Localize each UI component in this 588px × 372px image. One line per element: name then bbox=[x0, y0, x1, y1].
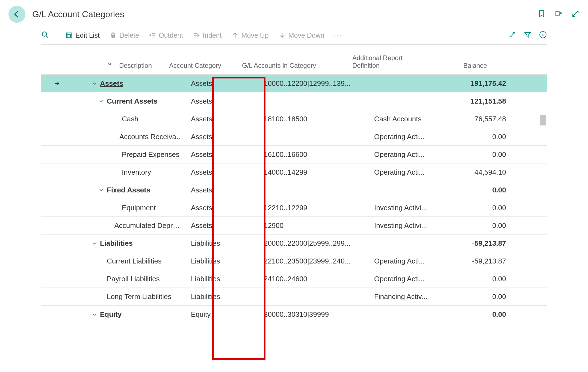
row-category[interactable]: Liabilities bbox=[183, 257, 261, 265]
bookmark-icon[interactable] bbox=[537, 10, 546, 19]
row-additional-report[interactable]: Operating Acti... bbox=[374, 133, 446, 141]
outdent-button[interactable]: Outdent bbox=[147, 30, 185, 40]
col-gl-accounts[interactable]: G/L Accounts in Category bbox=[239, 54, 352, 69]
more-actions-button[interactable]: ··· bbox=[332, 31, 344, 40]
share-icon[interactable] bbox=[509, 31, 516, 40]
row-description: Long Term Liabilities bbox=[107, 292, 172, 301]
collapse-all-icon[interactable] bbox=[107, 62, 113, 69]
description-cell[interactable]: Inventory bbox=[41, 163, 183, 181]
description-cell[interactable]: Prepaid Expenses bbox=[41, 146, 183, 163]
table-row[interactable]: AssetsAssets10000..12200|12999..139...19… bbox=[41, 75, 547, 92]
table-row[interactable]: Accounts ReceivableAssetsOperating Acti.… bbox=[41, 128, 547, 146]
row-description: Current Liabilities bbox=[107, 257, 162, 265]
move-up-button[interactable]: Move Up bbox=[229, 30, 271, 40]
row-category[interactable]: Assets bbox=[183, 186, 261, 194]
col-description[interactable]: Description bbox=[79, 54, 161, 69]
col-account-category[interactable]: Account Category bbox=[161, 54, 239, 69]
table-row[interactable]: Prepaid ExpensesAssets16100..16600Operat… bbox=[41, 146, 547, 163]
filter-icon[interactable] bbox=[524, 31, 531, 40]
description-cell[interactable]: Equity bbox=[41, 306, 183, 323]
row-category[interactable]: Assets bbox=[183, 204, 261, 212]
outdent-label: Outdent bbox=[159, 31, 183, 39]
description-cell[interactable]: Equipment bbox=[41, 199, 183, 216]
delete-button[interactable]: Delete bbox=[107, 30, 141, 40]
description-cell[interactable]: Current Liabilities bbox=[41, 252, 183, 270]
chevron-down-icon[interactable] bbox=[96, 187, 107, 193]
description-cell[interactable]: Fixed Assets bbox=[41, 181, 183, 199]
description-cell[interactable]: Current Assets bbox=[41, 92, 183, 110]
table-row[interactable]: Current AssetsAssets121,151.58 bbox=[41, 92, 547, 110]
row-balance: 76,557.48 bbox=[446, 115, 509, 123]
description-cell[interactable]: Accumulated Deprecia... bbox=[41, 217, 183, 234]
popout-icon[interactable] bbox=[554, 10, 563, 19]
row-category[interactable]: Liabilities bbox=[183, 275, 261, 283]
row-category[interactable]: Assets bbox=[183, 150, 261, 159]
row-actions-icon[interactable]: ⋮ bbox=[246, 82, 250, 84]
chevron-down-icon[interactable] bbox=[89, 241, 100, 246]
table-row[interactable]: InventoryAssets14000..14299Operating Act… bbox=[41, 163, 547, 181]
row-category[interactable]: Assets bbox=[183, 221, 261, 230]
row-category[interactable]: Assets bbox=[183, 115, 261, 123]
row-gl-accounts[interactable]: 10000..12200|12999..139... bbox=[261, 79, 374, 88]
table-row[interactable]: Fixed AssetsAssets0.00 bbox=[41, 181, 547, 199]
row-gl-accounts[interactable]: 22100..23500|23999..240... bbox=[261, 257, 374, 265]
row-additional-report[interactable]: Operating Acti... bbox=[374, 150, 446, 159]
row-category[interactable]: Liabilities bbox=[183, 292, 261, 301]
table-row[interactable]: Accumulated Deprecia...Assets12900Invest… bbox=[41, 217, 547, 235]
row-additional-report[interactable]: Operating Acti... bbox=[374, 275, 446, 283]
back-button[interactable] bbox=[8, 6, 25, 23]
chevron-down-icon[interactable] bbox=[89, 312, 100, 317]
row-gl-accounts[interactable]: 24100..24600 bbox=[261, 275, 374, 283]
table-row[interactable]: Long Term LiabilitiesLiabilitiesFinancin… bbox=[41, 288, 547, 306]
description-cell[interactable]: Cash bbox=[41, 110, 183, 128]
edit-list-button[interactable]: Edit List bbox=[63, 30, 102, 40]
chevron-down-icon[interactable] bbox=[96, 98, 107, 104]
description-cell[interactable]: Assets bbox=[41, 75, 183, 92]
table-row[interactable]: Payroll LiabilitiesLiabilities24100..246… bbox=[41, 270, 547, 288]
table-row[interactable]: EquipmentAssets12210..12299Investing Act… bbox=[41, 199, 547, 217]
row-gl-accounts[interactable]: 12210..12299 bbox=[261, 204, 374, 212]
description-cell[interactable]: Accounts Receivable bbox=[41, 128, 183, 145]
chevron-down-icon[interactable] bbox=[89, 81, 100, 86]
col-additional-report[interactable]: Additional Report Definition bbox=[352, 54, 424, 69]
row-additional-report[interactable]: Investing Activi... bbox=[374, 204, 446, 212]
row-additional-report[interactable]: Cash Accounts bbox=[374, 115, 446, 123]
indent-button[interactable]: Indent bbox=[191, 30, 224, 40]
info-icon[interactable] bbox=[539, 31, 547, 40]
row-additional-report[interactable]: Investing Activi... bbox=[374, 221, 446, 230]
scrollbar-thumb[interactable] bbox=[540, 115, 546, 125]
row-gl-accounts[interactable]: 30000..30310|39999 bbox=[261, 310, 374, 319]
description-cell[interactable]: Long Term Liabilities bbox=[41, 288, 183, 305]
row-category[interactable]: Assets bbox=[183, 133, 261, 141]
row-category[interactable]: Assets bbox=[183, 168, 261, 177]
row-balance: -59,213.87 bbox=[446, 257, 509, 265]
row-gl-accounts[interactable]: 16100..16600 bbox=[261, 150, 374, 159]
row-category[interactable]: Assets bbox=[183, 97, 261, 106]
row-description: Cash bbox=[122, 115, 138, 123]
move-down-button[interactable]: Move Down bbox=[276, 30, 327, 40]
row-description: Assets bbox=[100, 79, 123, 88]
row-category[interactable]: Liabilities bbox=[183, 239, 261, 248]
table-row[interactable]: CashAssets18100..18500Cash Accounts76,55… bbox=[41, 110, 547, 128]
table-row[interactable]: EquityEquity30000..30310|399990.00 bbox=[41, 306, 547, 323]
row-balance: 0.00 bbox=[446, 186, 509, 194]
search-button[interactable] bbox=[41, 31, 49, 40]
table-row[interactable]: Current LiabilitiesLiabilities22100..235… bbox=[41, 252, 547, 270]
expand-icon[interactable] bbox=[571, 10, 580, 19]
row-additional-report[interactable]: Financing Activ... bbox=[374, 292, 446, 301]
row-gl-accounts[interactable]: 20000..22000|25999..299... bbox=[261, 239, 374, 248]
row-balance: 0.00 bbox=[446, 310, 509, 319]
delete-label: Delete bbox=[119, 31, 139, 39]
row-gl-accounts[interactable]: 14000..14299 bbox=[261, 168, 374, 177]
col-balance[interactable]: Balance bbox=[424, 54, 487, 69]
row-balance: 0.00 bbox=[446, 221, 509, 230]
row-additional-report[interactable]: Operating Acti... bbox=[374, 168, 446, 177]
edit-list-label: Edit List bbox=[75, 31, 100, 39]
description-cell[interactable]: Payroll Liabilities bbox=[41, 270, 183, 288]
row-gl-accounts[interactable]: 18100..18500 bbox=[261, 115, 374, 123]
row-gl-accounts[interactable]: 12900 bbox=[261, 221, 374, 230]
row-additional-report[interactable]: Operating Acti... bbox=[374, 257, 446, 265]
description-cell[interactable]: Liabilities bbox=[41, 235, 183, 252]
table-row[interactable]: LiabilitiesLiabilities20000..22000|25999… bbox=[41, 235, 547, 252]
row-category[interactable]: Equity bbox=[183, 310, 261, 319]
